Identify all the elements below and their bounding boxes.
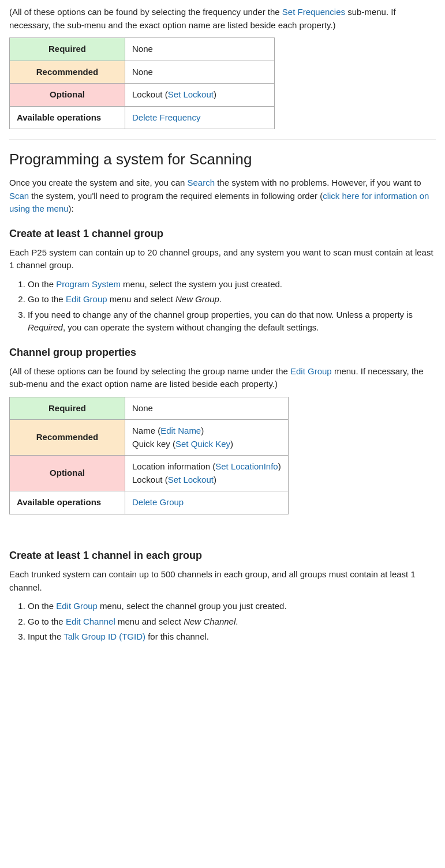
table-row-recommended: Recommended None bbox=[10, 61, 275, 84]
set-lockout-link-1[interactable]: Set Lockout bbox=[168, 89, 214, 99]
new-channel-italic: New Channel bbox=[184, 617, 235, 626]
cig-step1-after: menu, select the channel group you just … bbox=[98, 601, 287, 611]
required-label: Required bbox=[10, 38, 125, 61]
frequency-properties-table: Required None Recommended None Optional … bbox=[9, 37, 275, 129]
recommended-value-2: Name (Edit Name) Quick key (Set Quick Ke… bbox=[125, 420, 289, 456]
step1-text-after: menu, select the system you just created… bbox=[121, 279, 282, 289]
table-row-available: Available operations Delete Frequency bbox=[10, 106, 275, 129]
list-item: If you need to change any of the channel… bbox=[28, 309, 436, 335]
scanning-intro-text1: Once you create the system and site, you… bbox=[9, 178, 188, 187]
edit-group-link-1[interactable]: Edit Group bbox=[66, 294, 107, 304]
list-item: On the Edit Group menu, select the chann… bbox=[28, 600, 436, 613]
channel-group-properties-table: Required None Recommended Name (Edit Nam… bbox=[9, 397, 289, 514]
scanning-intro: Once you create the system and site, you… bbox=[9, 176, 436, 216]
opt-line1-close: ) bbox=[278, 461, 281, 471]
channel-in-group-steps: On the Edit Group menu, select the chann… bbox=[28, 600, 436, 644]
set-location-info-link[interactable]: Set LocationInfo bbox=[215, 461, 278, 471]
optional-value: Lockout (Set Lockout) bbox=[125, 84, 275, 107]
channel-group-props-note: (All of these options can be found by se… bbox=[9, 365, 436, 391]
edit-channel-link[interactable]: Edit Channel bbox=[66, 617, 115, 626]
delete-frequency-link[interactable]: Delete Frequency bbox=[132, 112, 200, 122]
set-quick-key-link[interactable]: Set Quick Key bbox=[175, 439, 230, 449]
props-note-before: (All of these options can be found by se… bbox=[9, 366, 290, 376]
step1-text-before: On the bbox=[28, 279, 56, 289]
required-label-2: Required bbox=[10, 397, 125, 420]
edit-group-link-3[interactable]: Edit Group bbox=[56, 601, 98, 611]
required-value-2: None bbox=[125, 397, 289, 420]
available-value: Delete Frequency bbox=[125, 106, 275, 129]
cig-step2-before: Go to the bbox=[28, 617, 66, 626]
step3-text-post: , you can operate the system without cha… bbox=[63, 322, 319, 332]
required-italic: Required bbox=[28, 322, 63, 332]
rec-line2-text: Quick key ( bbox=[132, 439, 175, 449]
intro-paragraph: (All of these options can be found by se… bbox=[9, 6, 436, 32]
table-row-recommended: Recommended Name (Edit Name) Quick key (… bbox=[10, 420, 289, 456]
edit-group-link-2[interactable]: Edit Group bbox=[290, 366, 332, 376]
step2-close: . bbox=[219, 294, 222, 304]
intro-text-1: (All of these options can be found by se… bbox=[9, 7, 282, 17]
new-group-italic: New Group bbox=[175, 294, 219, 304]
rec-line1-close: ) bbox=[201, 426, 204, 435]
delete-group-link[interactable]: Delete Group bbox=[132, 497, 184, 507]
set-frequencies-link[interactable]: Set Frequencies bbox=[282, 7, 345, 17]
tgid-link[interactable]: Talk Group ID (TGID) bbox=[63, 632, 145, 641]
table-row-optional: Optional Lockout (Set Lockout) bbox=[10, 84, 275, 107]
opt-line2-close: ) bbox=[214, 475, 216, 484]
rec-line2-close: ) bbox=[230, 439, 233, 449]
set-lockout-link-2[interactable]: Set Lockout bbox=[168, 475, 214, 484]
cig-step1-before: On the bbox=[28, 601, 56, 611]
search-link[interactable]: Search bbox=[188, 178, 215, 187]
step2-text-after: menu and select bbox=[107, 294, 175, 304]
required-value: None bbox=[125, 38, 275, 61]
scanning-intro-text2: the system with no problems. However, if… bbox=[215, 178, 421, 187]
available-label: Available operations bbox=[10, 106, 125, 129]
list-item: On the Program System menu, select the s… bbox=[28, 278, 436, 291]
channel-group-props-title: Channel group properties bbox=[9, 345, 436, 360]
step2-text-before: Go to the bbox=[28, 294, 66, 304]
recommended-label-2: Recommended bbox=[10, 420, 125, 456]
channel-in-group-title: Create at least 1 channel in each group bbox=[9, 548, 436, 563]
scanning-intro-text3: the system, you'll need to program the r… bbox=[29, 191, 323, 201]
channel-group-title: Create at least 1 channel group bbox=[9, 226, 436, 242]
available-label-2: Available operations bbox=[10, 491, 125, 514]
section-scanning-title: Programming a system for Scanning bbox=[9, 140, 436, 171]
step3-text-pre: If you need to change any of the channel… bbox=[28, 310, 413, 320]
cig-step3-before: Input the bbox=[28, 632, 63, 641]
channel-group-desc: Each P25 system can contain up to 20 cha… bbox=[9, 246, 436, 272]
available-value-2: Delete Group bbox=[125, 491, 289, 514]
cig-step3-after: for this channel. bbox=[145, 632, 209, 641]
cig-step2-close: . bbox=[235, 617, 238, 626]
table-row-required: Required None bbox=[10, 397, 289, 420]
list-item: Input the Talk Group ID (TGID) for this … bbox=[28, 630, 436, 644]
recommended-label: Recommended bbox=[10, 61, 125, 84]
opt-line2-text: Lockout ( bbox=[132, 475, 168, 484]
channel-in-group-desc: Each trunked system can contain up to 50… bbox=[9, 568, 436, 594]
rec-line1-text: Name ( bbox=[132, 426, 160, 435]
scanning-intro-text4: ): bbox=[69, 204, 74, 213]
program-system-link[interactable]: Program System bbox=[56, 279, 121, 289]
list-item: Go to the Edit Channel menu and select N… bbox=[28, 615, 436, 629]
list-item: Go to the Edit Group menu and select New… bbox=[28, 293, 436, 306]
recommended-value: None bbox=[125, 61, 275, 84]
edit-name-link[interactable]: Edit Name bbox=[160, 426, 201, 435]
table-row-optional: Optional Location information (Set Locat… bbox=[10, 456, 289, 491]
channel-group-steps: On the Program System menu, select the s… bbox=[28, 278, 436, 335]
table-row-available-2: Available operations Delete Group bbox=[10, 491, 289, 514]
optional-label-2: Optional bbox=[10, 456, 125, 491]
optional-label: Optional bbox=[10, 84, 125, 107]
opt-line1-text: Location information ( bbox=[132, 461, 215, 471]
scan-link[interactable]: Scan bbox=[9, 191, 29, 201]
cig-step2-after: menu and select bbox=[115, 617, 184, 626]
table-row-required: Required None bbox=[10, 38, 275, 61]
optional-value-2: Location information (Set LocationInfo) … bbox=[125, 456, 289, 491]
